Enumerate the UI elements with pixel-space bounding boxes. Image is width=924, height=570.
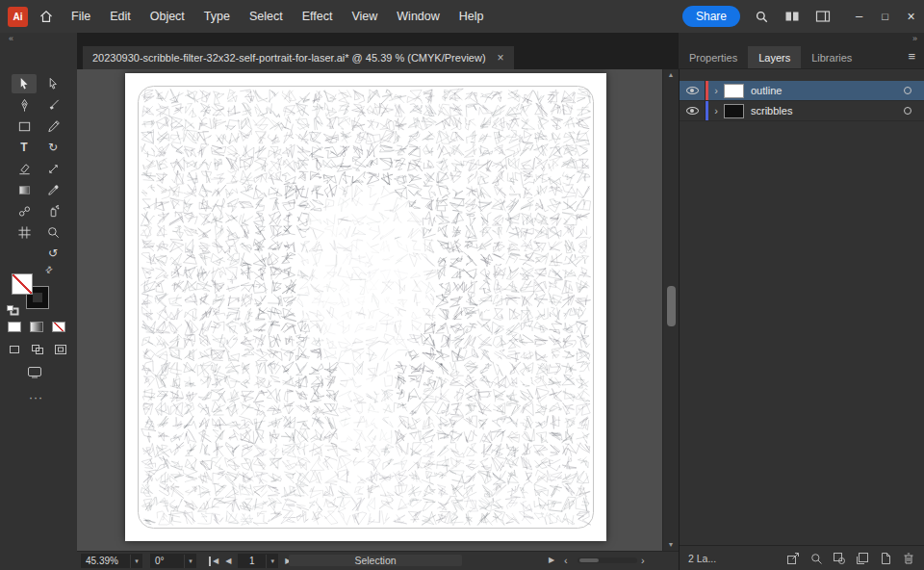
collect-for-export-icon[interactable] (786, 552, 800, 565)
visibility-toggle[interactable] (680, 101, 706, 120)
blend-tool[interactable] (12, 201, 37, 220)
chevron-down-icon[interactable]: ▾ (130, 555, 142, 568)
eraser-tool[interactable] (12, 159, 37, 178)
tab-properties[interactable]: Properties (679, 46, 748, 68)
window-close-button[interactable]: × (898, 0, 924, 33)
tab-layers[interactable]: Layers (748, 46, 801, 68)
horizontal-scrollbar-thumb[interactable] (579, 558, 599, 562)
window-maximize-button[interactable]: □ (872, 0, 898, 33)
layer-row-scribbles[interactable]: › scribbles (680, 101, 924, 121)
type-tool[interactable]: T (12, 138, 37, 157)
layer-thumbnail (724, 104, 744, 118)
tools-grid: T ↻ (10, 73, 67, 264)
menu-effect[interactable]: Effect (293, 0, 343, 33)
symbol-sprayer-tool[interactable] (40, 201, 65, 220)
search-icon[interactable] (755, 10, 769, 24)
layer-expand-icon[interactable]: › (708, 85, 724, 96)
scroll-down-icon[interactable]: ▼ (663, 539, 679, 551)
fill-swatch[interactable] (12, 273, 33, 295)
home-icon[interactable] (38, 9, 54, 24)
draw-behind-button[interactable] (29, 343, 45, 356)
edit-toolbar-button[interactable]: ··· (29, 391, 43, 404)
horizontal-scrollbar[interactable] (578, 557, 637, 563)
rotate-view-tool[interactable]: ↺ (40, 244, 65, 263)
workspace-switcher-icon[interactable] (815, 10, 831, 23)
delete-icon[interactable] (902, 552, 915, 565)
pasteboard (77, 69, 662, 551)
layers-panel-actions (786, 552, 915, 565)
swap-fill-stroke-icon[interactable]: ⇄ (43, 264, 55, 276)
artboard-tool[interactable] (12, 222, 37, 242)
menu-object[interactable]: Object (141, 0, 194, 33)
previous-artboard-button[interactable]: ◀ (225, 557, 231, 566)
make-mask-icon[interactable] (833, 552, 846, 565)
rotate-tool[interactable]: ↻ (40, 138, 65, 157)
layer-target-icon[interactable] (904, 87, 911, 94)
menu-file[interactable]: File (62, 0, 100, 33)
layer-target-icon[interactable] (904, 107, 911, 115)
toolbar-header (0, 46, 77, 69)
layer-expand-icon[interactable]: › (708, 105, 724, 117)
gradient-button[interactable] (30, 322, 43, 332)
arrange-documents-icon[interactable] (784, 10, 800, 23)
panel-tab-bar: Properties Layers Libraries ≡ (679, 46, 924, 69)
zoom-level-select[interactable]: 45.39% ▾ (81, 554, 142, 568)
scroll-up-icon[interactable]: ▲ (663, 69, 679, 81)
menu-view[interactable]: View (342, 0, 387, 33)
rotation-select[interactable]: 0° ▾ (150, 554, 196, 568)
layer-name: scribbles (751, 105, 792, 117)
new-layer-icon[interactable] (879, 552, 892, 565)
pencil-tool[interactable] (40, 117, 65, 136)
tools-panel: T ↻ (0, 69, 77, 570)
toolbar-collapse-button[interactable]: « (0, 33, 77, 46)
direct-selection-tool[interactable] (40, 74, 65, 93)
layer-row-outline[interactable]: › outline (680, 81, 924, 101)
pen-tool[interactable] (12, 95, 37, 115)
first-artboard-button[interactable]: ◀ (209, 557, 218, 566)
eyedropper-tool[interactable] (40, 180, 65, 199)
screen-mode-button[interactable] (27, 366, 42, 378)
menu-bar: Ai File Edit Object Type Select Effect V… (0, 0, 924, 33)
share-button[interactable]: Share (682, 6, 740, 27)
draw-normal-button[interactable] (6, 343, 22, 356)
panel-menu-icon[interactable]: ≡ (908, 46, 915, 68)
color-button[interactable] (8, 322, 21, 332)
top-strip: « » (0, 33, 924, 46)
document-tab-strip: 20230930-scribble-filter-32x32-self-port… (77, 46, 679, 69)
panel-expand-button[interactable]: » (679, 33, 924, 46)
window-minimize-button[interactable]: – (846, 0, 872, 33)
artboard-number-select[interactable]: 1 ▾ (238, 554, 278, 568)
gradient-tool[interactable] (12, 180, 37, 199)
app-logo: Ai (8, 7, 28, 27)
selection-tool[interactable] (12, 74, 37, 93)
tool-grid-empty-cell (12, 244, 37, 263)
zoom-tool[interactable] (40, 222, 65, 242)
menu-help[interactable]: Help (449, 0, 494, 33)
draw-inside-button[interactable] (52, 343, 68, 356)
status-menu-arrow-icon[interactable]: ▶ (549, 551, 554, 570)
visibility-toggle[interactable] (680, 81, 706, 100)
eye-icon (686, 107, 699, 115)
none-button[interactable] (52, 322, 65, 332)
scroll-left-button[interactable]: ‹ (564, 551, 568, 570)
tab-libraries[interactable]: Libraries (801, 46, 862, 68)
default-fill-stroke-icon[interactable] (7, 305, 19, 316)
scroll-right-button[interactable]: › (641, 551, 645, 570)
vertical-scrollbar-thumb[interactable] (667, 286, 676, 326)
new-sublayer-icon[interactable] (856, 552, 869, 565)
locate-object-icon[interactable] (809, 552, 823, 565)
rectangle-tool[interactable] (12, 117, 37, 136)
chevron-down-icon[interactable]: ▾ (266, 555, 278, 568)
paintbrush-tool[interactable] (40, 95, 65, 115)
artboard[interactable] (125, 73, 606, 541)
menu-select[interactable]: Select (240, 0, 293, 33)
chevron-down-icon[interactable]: ▾ (184, 555, 196, 568)
scale-tool[interactable] (40, 159, 65, 178)
vertical-scrollbar[interactable]: ▲ ▼ (662, 69, 679, 551)
menu-window[interactable]: Window (387, 0, 449, 33)
menu-edit[interactable]: Edit (100, 0, 141, 33)
menu-type[interactable]: Type (194, 0, 240, 33)
document-tab-close-icon[interactable]: × (498, 46, 504, 69)
document-tab-title: 20230930-scribble-filter-32x32-self-port… (92, 52, 486, 64)
document-tab[interactable]: 20230930-scribble-filter-32x32-self-port… (83, 46, 514, 69)
